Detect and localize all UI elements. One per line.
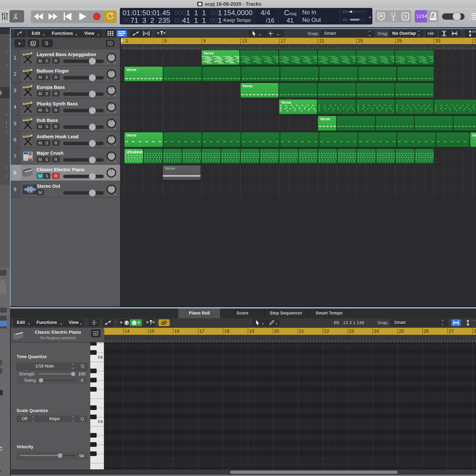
svg-text:R: R [114, 78, 116, 80]
svg-text:L: L [108, 144, 109, 146]
svg-text:L: L [108, 62, 109, 64]
svg-text:L: L [108, 111, 109, 113]
svg-text:R: R [114, 111, 116, 113]
svg-text:L: L [108, 177, 109, 179]
svg-text:L: L [108, 94, 109, 97]
svg-text:R: R [114, 144, 116, 146]
svg-text:L: L [108, 127, 109, 130]
svg-text:L: L [108, 160, 109, 162]
svg-text:R: R [114, 62, 116, 64]
svg-text:R: R [114, 94, 116, 97]
svg-text:L: L [108, 193, 109, 195]
svg-text:S: S [404, 14, 407, 19]
svg-text:R: R [114, 127, 116, 130]
svg-text:R: R [114, 177, 116, 179]
svg-text:R: R [114, 193, 116, 195]
svg-text:R: R [114, 160, 116, 162]
svg-text:L: L [108, 78, 109, 80]
